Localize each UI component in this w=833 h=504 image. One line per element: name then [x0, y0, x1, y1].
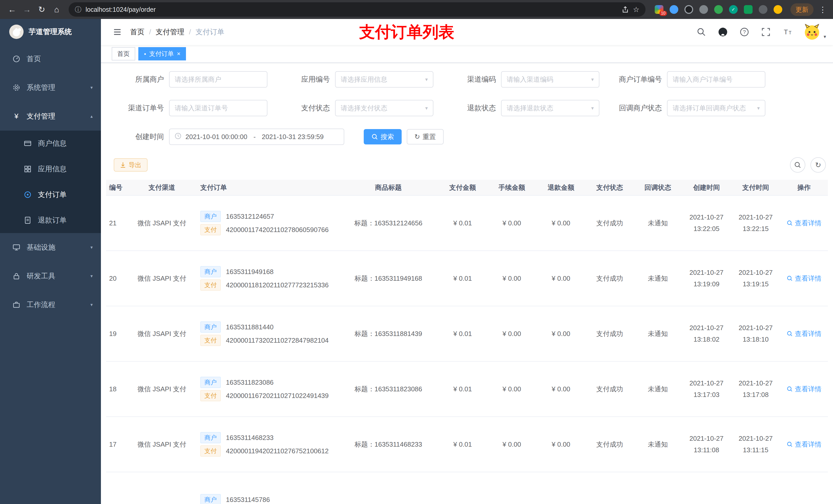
cell-fee: ¥ 0.00: [487, 330, 537, 338]
view-detail-link[interactable]: 查看详情: [787, 440, 822, 449]
create-time-range-picker[interactable]: 2021-10-01 00:00:00 - 2021-10-31 23:59:5…: [169, 128, 344, 145]
col-id: 编号: [106, 183, 128, 192]
tab-home[interactable]: 首页: [112, 47, 135, 61]
refund-status-select[interactable]: 请选择退款状态 ▾: [501, 100, 599, 116]
pay-tag: 支付: [200, 280, 221, 291]
search-icon[interactable]: [696, 26, 707, 38]
clock-icon: [175, 133, 181, 141]
view-detail-link[interactable]: 查看详情: [787, 329, 822, 338]
refresh-button[interactable]: ↻: [810, 157, 826, 173]
filter-label: 应用编号: [280, 74, 335, 84]
cell-notify: 未通知: [634, 219, 682, 228]
merchant-tag: 商户: [200, 432, 221, 443]
ring-extension-icon[interactable]: [685, 5, 693, 14]
sidebar-item-home[interactable]: 首页: [0, 45, 101, 73]
github-icon[interactable]: [717, 26, 729, 38]
view-detail-link[interactable]: 查看详情: [787, 219, 822, 228]
reset-button[interactable]: ↻ 重置: [407, 129, 444, 144]
pin-extension-icon[interactable]: [759, 5, 767, 14]
select-placeholder: 请选择订单回调商户状态: [673, 104, 746, 113]
cell-paid-time: 2021-10-27 13:19:15: [731, 267, 780, 290]
extension-badge: 10: [659, 11, 667, 16]
sidebar-item-label: 商户信息: [38, 139, 67, 148]
sidebar-item-system[interactable]: 系统管理 ▾: [0, 73, 101, 102]
cell-title: 标题：1635311468233: [339, 440, 438, 449]
filter-label: 支付状态: [280, 103, 335, 113]
search-button[interactable]: 搜索: [364, 129, 402, 144]
cell-amount: ¥ 0.01: [438, 440, 487, 449]
view-detail-link[interactable]: 查看详情: [787, 385, 822, 393]
check-extension-icon[interactable]: ✓: [729, 5, 738, 14]
help-icon[interactable]: ?: [739, 26, 750, 38]
sidebar-item-label: 工作流程: [27, 300, 55, 310]
address-bar[interactable]: ⓘ localhost:1024/pay/order ☆: [69, 2, 645, 17]
sidebar-item-pay-order[interactable]: 支付订单: [0, 182, 101, 208]
search-icon: [794, 161, 801, 169]
drop-extension-icon[interactable]: [670, 5, 678, 14]
cell-paid-time: 2021-10-27 13:17:08: [731, 378, 780, 401]
share-icon[interactable]: [622, 6, 629, 13]
merchant-input[interactable]: [169, 71, 267, 88]
fullscreen-icon[interactable]: [760, 26, 771, 38]
sidebar-item-label: 系统管理: [27, 83, 55, 93]
sidebar-item-workflow[interactable]: 工作流程 ▾: [0, 290, 101, 319]
merchant-order-no-input[interactable]: [667, 71, 765, 88]
channel-order-no-input[interactable]: [169, 100, 267, 116]
sidebar-item-app-info[interactable]: 应用信息: [0, 156, 101, 182]
cell-amount: ¥ 0.01: [438, 274, 487, 283]
app-select[interactable]: 请选择应用信息 ▾: [335, 71, 433, 88]
cell-id: 18: [106, 385, 128, 393]
app-logo[interactable]: 芋道管理系统: [0, 19, 101, 45]
tab-pay-order[interactable]: ● 支付订单 ×: [138, 47, 186, 61]
check-icon: ✓: [729, 5, 738, 14]
cell-fee: ¥ 0.00: [487, 385, 537, 393]
face-extension-icon[interactable]: [774, 5, 782, 14]
cell-fee: ¥ 0.00: [487, 440, 537, 449]
view-detail-link[interactable]: 查看详情: [787, 274, 822, 283]
user-avatar-menu[interactable]: ▼: [803, 23, 827, 41]
sidebar-toggle-button[interactable]: [109, 23, 126, 41]
channel-code-select[interactable]: 请输入渠道编码 ▾: [501, 71, 599, 88]
colorful-extension-icon[interactable]: 10: [655, 5, 663, 14]
merchant-tag: 商户: [200, 494, 221, 504]
cell-title: 标题：1635311823086: [339, 385, 438, 393]
cell-created-time: 2021-10-27 13:22:05: [682, 212, 731, 235]
reload-icon: ↻: [39, 5, 45, 14]
sidebar-item-infra[interactable]: 基础设施 ▾: [0, 233, 101, 262]
browser-home-button[interactable]: ⌂: [50, 3, 64, 16]
sidebar-item-merchant-info[interactable]: 商户信息: [0, 130, 101, 156]
font-size-icon[interactable]: TT: [782, 26, 793, 38]
table-row: 19 微信 JSAPI 支付 商户1635311881440 支付4200001…: [106, 306, 828, 362]
cell-channel: 微信 JSAPI 支付: [128, 329, 195, 338]
col-pay-order: 支付订单: [195, 183, 339, 192]
browser-back-button[interactable]: ←: [5, 3, 19, 16]
browser-forward-button[interactable]: →: [20, 3, 34, 16]
col-actions: 操作: [780, 183, 828, 192]
bookmark-star-icon[interactable]: ☆: [633, 5, 639, 14]
breadcrumb-separator: /: [149, 28, 151, 36]
browser-reload-button[interactable]: ↻: [35, 3, 49, 16]
browser-menu-button[interactable]: ⋮: [818, 5, 828, 14]
breadcrumb-pay-manage[interactable]: 支付管理: [156, 27, 185, 37]
sidebar-item-dev-tools[interactable]: 研发工具 ▾: [0, 262, 101, 290]
export-button[interactable]: 导出: [114, 158, 147, 172]
browser-update-button[interactable]: 更新: [790, 3, 813, 16]
reset-icon: ↻: [414, 133, 420, 141]
filter-label: 渠道订单号: [114, 103, 169, 113]
cell-paid-time: 2021-10-27 13:22:15: [731, 212, 780, 235]
notify-status-select[interactable]: 请选择订单回调商户状态 ▾: [667, 100, 765, 116]
sidebar-item-refund-order[interactable]: 退款订单: [0, 208, 101, 233]
sidebar-item-payment[interactable]: ¥ 支付管理 ▴: [0, 102, 101, 130]
cell-status: 支付成功: [586, 274, 634, 283]
gray-extension-icon[interactable]: [699, 5, 708, 14]
page-info-icon[interactable]: ⓘ: [75, 5, 81, 14]
tab-close-icon[interactable]: ×: [177, 50, 180, 57]
pay-status-select[interactable]: 请选择支付状态 ▾: [335, 100, 433, 116]
tab-label: 支付订单: [149, 50, 174, 58]
green-extension-icon[interactable]: [714, 5, 723, 14]
pay-tag: 支付: [200, 390, 221, 401]
chat-extension-icon[interactable]: [744, 5, 753, 14]
url-text[interactable]: localhost:1024/pay/order: [86, 6, 618, 13]
toggle-search-button[interactable]: [790, 157, 805, 173]
breadcrumb-home[interactable]: 首页: [130, 27, 144, 37]
